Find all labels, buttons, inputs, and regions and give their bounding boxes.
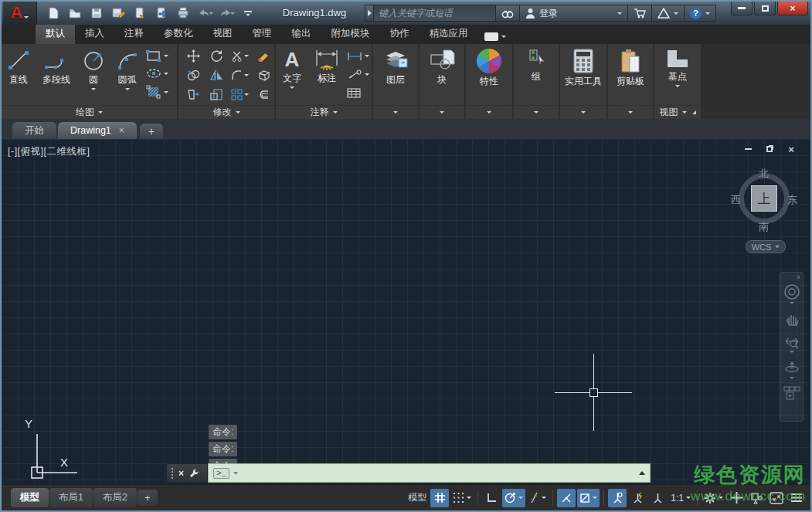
stretch-tool-button[interactable] xyxy=(187,89,200,100)
isodraft-toggle[interactable] xyxy=(527,489,549,507)
mobile-upload-button[interactable] xyxy=(131,5,148,22)
pan-button[interactable] xyxy=(784,311,800,327)
command-input-area[interactable]: >_ xyxy=(208,463,651,483)
undo-button[interactable] xyxy=(196,5,213,22)
ortho-toggle[interactable] xyxy=(482,489,501,507)
wcs-dropdown[interactable]: WCS xyxy=(746,240,786,253)
rectangle-tool-button[interactable] xyxy=(146,50,175,63)
ribbon-minimize-button[interactable] xyxy=(484,32,506,41)
dimension-tool-button[interactable]: 标注 xyxy=(308,44,345,105)
app-store-button[interactable] xyxy=(628,5,652,22)
minimize-button[interactable] xyxy=(731,2,753,15)
circle-dropdown-icon[interactable] xyxy=(91,88,96,90)
group-button[interactable]: 组 xyxy=(514,44,559,105)
annotate-panel-label[interactable]: 注释 xyxy=(276,105,372,119)
viewport-controls[interactable]: [-][俯视][二维线框] xyxy=(8,145,90,158)
copy-tool-button[interactable] xyxy=(187,70,200,81)
utilities-button[interactable]: 实用工具 xyxy=(560,44,606,105)
array-tool-button[interactable] xyxy=(231,89,249,100)
redo-button[interactable] xyxy=(218,5,235,22)
viewcube-top-face[interactable]: 上 xyxy=(751,185,777,212)
leader-button[interactable] xyxy=(347,70,370,80)
help-button[interactable]: ? xyxy=(685,5,716,22)
polar-tracking-toggle[interactable] xyxy=(502,489,525,507)
workspace-switch-button[interactable] xyxy=(702,489,725,507)
ribbon-tab-parametric[interactable]: 参数化 xyxy=(154,24,203,44)
transfer-button[interactable] xyxy=(153,5,170,22)
ribbon-tab-addins[interactable]: 附加模块 xyxy=(321,24,380,44)
arc-dropdown-icon[interactable] xyxy=(125,88,130,90)
drawing-canvas[interactable]: [-][俯视][二维线框] × 北 西 东 南 上 WCS × Y xyxy=(2,139,810,484)
save-as-button[interactable] xyxy=(110,5,127,22)
ellipse-tool-button[interactable] xyxy=(146,68,175,79)
zoom-button[interactable] xyxy=(784,334,800,353)
utilities-panel-label[interactable] xyxy=(560,105,606,119)
offset-tool-button[interactable] xyxy=(257,89,270,100)
insert-block-button[interactable]: 块 xyxy=(420,44,464,105)
model-space-button[interactable]: 模型 xyxy=(406,489,429,507)
explode-tool-button[interactable] xyxy=(257,70,270,81)
search-button[interactable] xyxy=(496,5,520,22)
group-panel-label[interactable] xyxy=(514,105,559,119)
ribbon-tab-annotate[interactable]: 注释 xyxy=(114,24,154,44)
properties-panel-label[interactable] xyxy=(466,105,512,119)
customization-button[interactable] xyxy=(787,489,806,507)
layout2-tab[interactable]: 布局2 xyxy=(93,488,137,507)
clean-screen-button[interactable] xyxy=(767,489,786,507)
annotation-scale-icon-button[interactable] xyxy=(648,489,667,507)
annotation-autoscale-toggle[interactable] xyxy=(628,489,647,507)
block-panel-label[interactable] xyxy=(420,105,464,119)
table-button[interactable] xyxy=(347,88,370,98)
search-input[interactable] xyxy=(374,5,496,22)
layer-properties-button[interactable]: 图层 xyxy=(373,44,418,105)
recent-commands-icon[interactable] xyxy=(233,472,238,475)
linear-dimension-button[interactable] xyxy=(347,52,370,61)
rotate-tool-button[interactable] xyxy=(210,49,223,63)
new-layout-button[interactable]: + xyxy=(138,490,158,506)
wrench-icon[interactable] xyxy=(189,467,200,479)
scale-tool-button[interactable] xyxy=(210,89,223,100)
layout1-tab[interactable]: 布局1 xyxy=(49,488,93,507)
fillet-tool-button[interactable] xyxy=(231,70,249,81)
ribbon-tab-collaborate[interactable]: 协作 xyxy=(380,24,420,44)
signin-button[interactable]: 登录 xyxy=(520,5,628,22)
text-tool-button[interactable]: A 文字 xyxy=(276,44,308,105)
viewport-close-button[interactable]: × xyxy=(786,144,797,154)
maximize-button[interactable] xyxy=(754,2,776,15)
command-bar-grip[interactable]: × xyxy=(166,463,208,483)
circle-tool-button[interactable]: 圆 xyxy=(77,44,110,105)
command-expand-icon[interactable] xyxy=(639,471,645,475)
annotation-scale-button[interactable]: 1:1 xyxy=(668,489,693,507)
navbar-close-icon[interactable]: × xyxy=(797,273,800,281)
search-expand-button[interactable] xyxy=(365,5,374,22)
mirror-tool-button[interactable] xyxy=(210,70,223,81)
print-button[interactable] xyxy=(175,5,192,22)
navigation-wheel-button[interactable] xyxy=(783,283,800,304)
hatch-tool-button[interactable] xyxy=(146,85,175,99)
trim-tool-button[interactable] xyxy=(231,50,249,62)
ribbon-tab-view[interactable]: 视图 xyxy=(203,24,243,44)
ucs-icon[interactable]: Y X xyxy=(11,415,82,482)
ribbon-tab-featured[interactable]: 精选应用 xyxy=(420,24,478,44)
close-button[interactable]: × xyxy=(777,2,808,15)
view-panel-label[interactable]: 视图 xyxy=(654,105,701,119)
file-tab-drawing1[interactable]: Drawing1× xyxy=(58,122,137,139)
ribbon-tab-home[interactable]: 默认 xyxy=(36,24,75,44)
new-drawing-tab-button[interactable]: + xyxy=(140,124,163,139)
layers-panel-label[interactable] xyxy=(373,105,418,119)
erase-tool-button[interactable] xyxy=(257,50,270,62)
application-menu-button[interactable]: A xyxy=(3,2,37,25)
dialog-launcher-icon[interactable] xyxy=(692,110,696,114)
undo-dropdown-icon[interactable] xyxy=(209,12,213,15)
polyline-tool-button[interactable]: 多段线 xyxy=(35,44,77,105)
ribbon-tab-insert[interactable]: 插入 xyxy=(75,24,114,44)
annotation-visibility-toggle[interactable] xyxy=(608,489,627,507)
drawing-performance-button[interactable] xyxy=(727,489,746,507)
properties-button[interactable]: 特性 xyxy=(466,44,512,105)
snap-toggle[interactable] xyxy=(450,489,474,507)
isolate-objects-button[interactable] xyxy=(747,489,766,507)
new-file-button[interactable] xyxy=(45,5,62,22)
open-file-button[interactable] xyxy=(66,5,83,22)
autodesk-exchange-button[interactable] xyxy=(652,5,685,22)
command-close-button[interactable]: × xyxy=(178,468,184,479)
